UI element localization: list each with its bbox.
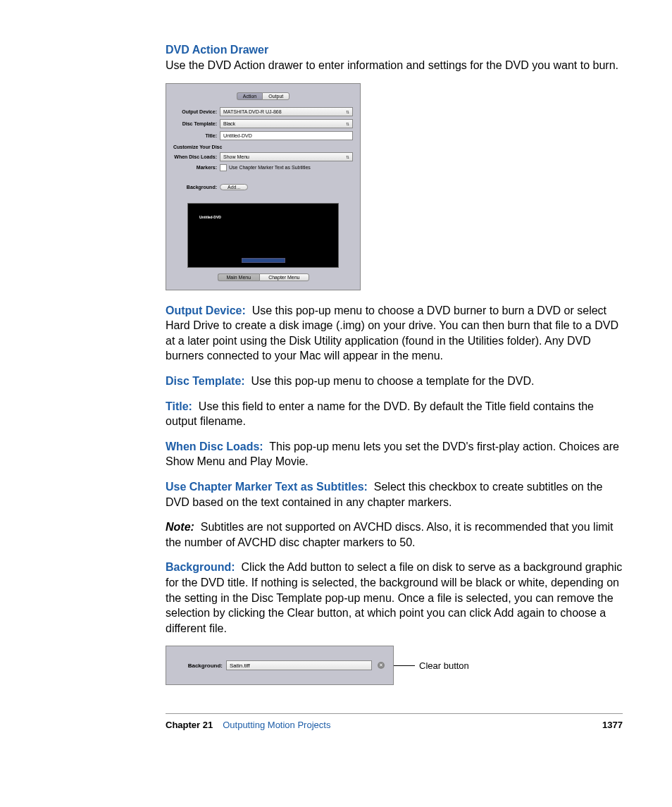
bg-label: Background:: [175, 663, 226, 669]
markers-checkbox[interactable]: [220, 164, 227, 171]
when-disc-loads-popup[interactable]: Show Menu ⇅: [220, 152, 353, 161]
background-panel-screenshot: Background: Satin.tiff ✕: [166, 646, 394, 685]
text-disc-template: Use this pop-up menu to choose a templat…: [251, 375, 535, 387]
note-label: Note:: [166, 521, 194, 533]
bg-value: Satin.tiff: [230, 663, 250, 669]
disc-template-popup[interactable]: Black ⇅: [220, 119, 353, 128]
output-device-popup[interactable]: MATSHITA DVD-R UJ-868 ⇅: [220, 107, 353, 116]
menu-tab-segment: Main Menu Chapter Menu: [173, 273, 353, 281]
section-heading: DVD Action Drawer: [166, 44, 623, 56]
close-icon: ✕: [379, 663, 383, 668]
dvd-action-drawer-screenshot: Action Output Output Device: MATSHITA DV…: [166, 83, 361, 290]
markers-label: Markers:: [173, 165, 220, 170]
page-footer: Chapter 21 Outputting Motion Projects 13…: [166, 713, 623, 730]
chapter-title: Outputting Motion Projects: [223, 720, 330, 730]
note-paragraph: Note: Subtitles are not supported on AVC…: [166, 519, 623, 550]
text-title: Use this field to enter a name for the D…: [166, 400, 594, 428]
when-disc-loads-label: When Disc Loads:: [173, 154, 220, 159]
background-clear-figure: Background: Satin.tiff ✕ Clear button: [166, 646, 623, 685]
popup-arrows-icon: ⇅: [346, 121, 349, 126]
output-device-value: MATSHITA DVD-R UJ-868: [223, 109, 282, 114]
tab-main-menu[interactable]: Main Menu: [218, 273, 260, 281]
chapter-number: Chapter 21: [166, 720, 213, 730]
when-disc-loads-value: Show Menu: [223, 154, 249, 159]
customize-header: Customize Your Disc: [173, 144, 353, 149]
def-when-disc-loads: When Disc Loads: This pop-up menu lets y…: [166, 439, 623, 469]
add-button[interactable]: Add...: [220, 184, 248, 190]
tab-chapter-menu[interactable]: Chapter Menu: [259, 273, 309, 281]
page-number: 1377: [602, 720, 623, 730]
def-use-chapter: Use Chapter Marker Text as Subtitles: Se…: [166, 479, 623, 510]
preview-progress: [242, 258, 285, 263]
markers-text: Use Chapter Marker Text as Subtitles: [229, 165, 311, 170]
term-background: Background:: [166, 561, 235, 573]
def-background: Background: Click the Add button to sele…: [166, 560, 623, 636]
popup-arrows-icon: ⇅: [346, 154, 349, 159]
title-label: Title:: [173, 133, 220, 138]
callout-clear-button: Clear button: [419, 660, 469, 671]
disc-template-label: Disc Template:: [173, 121, 220, 126]
def-disc-template: Disc Template: Use this pop-up menu to c…: [166, 374, 623, 389]
note-text: Subtitles are not supported on AVCHD dis…: [166, 521, 614, 548]
tab-segment: Action Output: [173, 92, 353, 100]
title-value: Untitled-DVD: [223, 133, 252, 138]
background-label: Background:: [173, 185, 220, 190]
def-title: Title: Use this field to enter a name fo…: [166, 399, 623, 429]
term-disc-template: Disc Template:: [166, 375, 245, 387]
def-output-device: Output Device: Use this pop-up menu to c…: [166, 303, 623, 364]
title-field[interactable]: Untitled-DVD: [220, 131, 353, 140]
term-output-device: Output Device:: [166, 304, 246, 316]
disc-template-value: Black: [223, 121, 235, 126]
output-device-label: Output Device:: [173, 109, 220, 114]
dvd-preview: Untitled-DVD: [187, 203, 339, 268]
term-use-chapter: Use Chapter Marker Text as Subtitles:: [166, 481, 368, 493]
preview-title: Untitled-DVD: [199, 215, 221, 219]
clear-button[interactable]: ✕: [378, 662, 385, 669]
tab-action[interactable]: Action: [237, 92, 262, 100]
term-when-disc-loads: When Disc Loads:: [166, 441, 263, 452]
popup-arrows-icon: ⇅: [346, 109, 349, 114]
intro-paragraph: Use the DVD Action drawer to enter infor…: [166, 58, 623, 73]
term-title: Title:: [166, 400, 192, 412]
tab-output[interactable]: Output: [262, 92, 290, 100]
callout-line: [392, 665, 415, 666]
bg-field[interactable]: Satin.tiff: [226, 660, 372, 670]
